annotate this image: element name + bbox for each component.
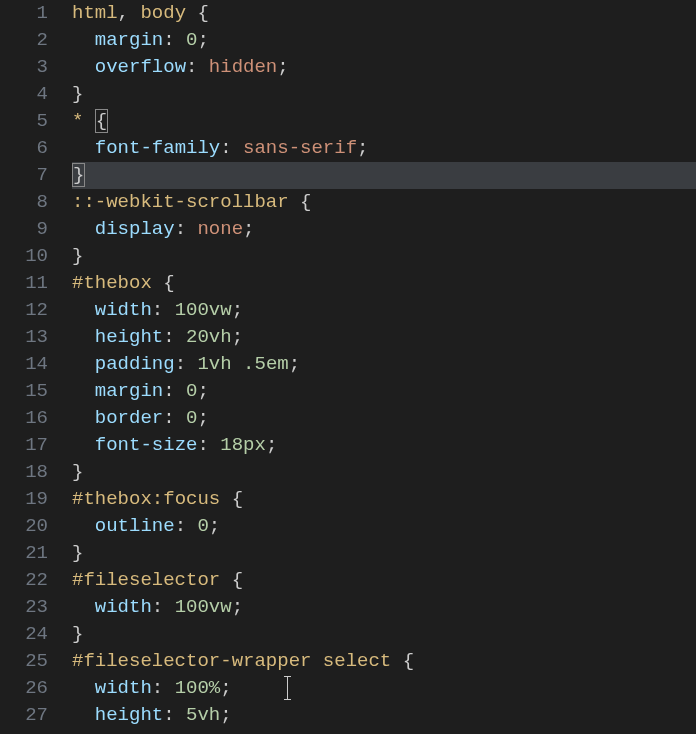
- code-line[interactable]: font-size: 18px;: [72, 432, 696, 459]
- token-prop: outline: [95, 515, 175, 537]
- code-line[interactable]: margin: 0;: [72, 27, 696, 54]
- code-line[interactable]: width: 100vw;: [72, 297, 696, 324]
- line-number: 2: [0, 27, 48, 54]
- code-line[interactable]: border: 0;: [72, 405, 696, 432]
- token-num: vh: [209, 353, 232, 375]
- code-line[interactable]: #thebox:focus {: [72, 486, 696, 513]
- token-punc: ;: [232, 326, 243, 348]
- token-num: vw: [209, 596, 232, 618]
- token-punc: :: [163, 326, 186, 348]
- token-sel: #fileselector-wrapper: [72, 650, 311, 672]
- token-punc: ;: [232, 299, 243, 321]
- token-punc: }: [72, 542, 83, 564]
- code-line[interactable]: font-family: sans-serif;: [72, 135, 696, 162]
- code-line[interactable]: }: [72, 621, 696, 648]
- line-number-gutter: 1234567891011121314151617181920212223242…: [0, 0, 72, 734]
- code-line[interactable]: margin: 0;: [72, 378, 696, 405]
- code-editor[interactable]: 1234567891011121314151617181920212223242…: [0, 0, 696, 734]
- token-punc: }: [72, 83, 83, 105]
- token-punc: ;: [197, 29, 208, 51]
- token-num: 20: [186, 326, 209, 348]
- token-punc: [232, 353, 243, 375]
- code-line[interactable]: outline: 0;: [72, 513, 696, 540]
- token-punc: {: [289, 191, 312, 213]
- code-area[interactable]: html, body { margin: 0; overflow: hidden…: [72, 0, 696, 734]
- token-punc: {: [152, 272, 175, 294]
- code-line[interactable]: height: 5vh;: [72, 702, 696, 729]
- token-prop: height: [95, 326, 163, 348]
- token-punc: :: [186, 56, 209, 78]
- code-line[interactable]: overflow: hidden;: [72, 54, 696, 81]
- token-num: vh: [197, 704, 220, 726]
- code-line[interactable]: display: none;: [72, 216, 696, 243]
- token-num: px: [243, 434, 266, 456]
- code-line[interactable]: #fileselector {: [72, 567, 696, 594]
- code-line[interactable]: height: 20vh;: [72, 324, 696, 351]
- code-line[interactable]: #thebox {: [72, 270, 696, 297]
- line-number: 16: [0, 405, 48, 432]
- token-punc: ,: [118, 2, 141, 24]
- line-number: 17: [0, 432, 48, 459]
- token-punc: {: [186, 2, 209, 24]
- line-number: 10: [0, 243, 48, 270]
- line-number: 21: [0, 540, 48, 567]
- indent-guide: [72, 299, 95, 321]
- token-punc: ;: [220, 677, 231, 699]
- token-prop: overflow: [95, 56, 186, 78]
- code-line[interactable]: }: [72, 459, 696, 486]
- token-punc: }: [72, 245, 83, 267]
- line-number: 19: [0, 486, 48, 513]
- line-number: 11: [0, 270, 48, 297]
- indent-guide: [72, 704, 95, 726]
- code-line[interactable]: }: [72, 243, 696, 270]
- line-number: 15: [0, 378, 48, 405]
- token-punc: :: [163, 704, 186, 726]
- line-number: 14: [0, 351, 48, 378]
- code-line[interactable]: #fileselector-wrapper select {: [72, 648, 696, 675]
- token-punc: :: [175, 353, 198, 375]
- indent-guide: [72, 407, 95, 429]
- line-number: 9: [0, 216, 48, 243]
- line-number: 23: [0, 594, 48, 621]
- indent-guide: [72, 380, 95, 402]
- code-line[interactable]: html, body {: [72, 0, 696, 27]
- indent-guide: [72, 515, 95, 537]
- indent-guide: [72, 29, 95, 51]
- token-sel: select: [323, 650, 391, 672]
- line-number: 7: [0, 162, 48, 189]
- token-val: none: [197, 218, 243, 240]
- line-number: 25: [0, 648, 48, 675]
- code-line[interactable]: * {: [72, 108, 696, 135]
- token-sel: ::-webkit-scrollbar: [72, 191, 289, 213]
- token-sel: #thebox: [72, 272, 152, 294]
- token-punc: ;: [277, 56, 288, 78]
- line-number: 5: [0, 108, 48, 135]
- token-punc: ;: [357, 137, 368, 159]
- token-num: vw: [209, 299, 232, 321]
- token-punc: ;: [232, 596, 243, 618]
- code-line[interactable]: ::-webkit-scrollbar {: [72, 189, 696, 216]
- line-number: 24: [0, 621, 48, 648]
- code-line[interactable]: }: [72, 540, 696, 567]
- code-line[interactable]: width: 100%;: [72, 675, 696, 702]
- token-prop: height: [95, 704, 163, 726]
- code-line[interactable]: width: 100vw;: [72, 594, 696, 621]
- token-num: 18: [220, 434, 243, 456]
- token-prop: display: [95, 218, 175, 240]
- token-punc: {: [220, 488, 243, 510]
- token-punc: :: [220, 137, 243, 159]
- token-punc: :: [175, 515, 198, 537]
- token-num: 100: [175, 677, 209, 699]
- token-num: %: [209, 677, 220, 699]
- token-num: 5: [186, 704, 197, 726]
- token-num: 0: [186, 407, 197, 429]
- code-line[interactable]: padding: 1vh .5em;: [72, 351, 696, 378]
- line-number: 4: [0, 81, 48, 108]
- token-num: em: [266, 353, 289, 375]
- token-num: vh: [209, 326, 232, 348]
- token-sel: *: [72, 110, 83, 132]
- code-line[interactable]: }: [72, 162, 696, 189]
- token-punc: :: [163, 407, 186, 429]
- code-line[interactable]: }: [72, 81, 696, 108]
- token-num: 0: [186, 29, 197, 51]
